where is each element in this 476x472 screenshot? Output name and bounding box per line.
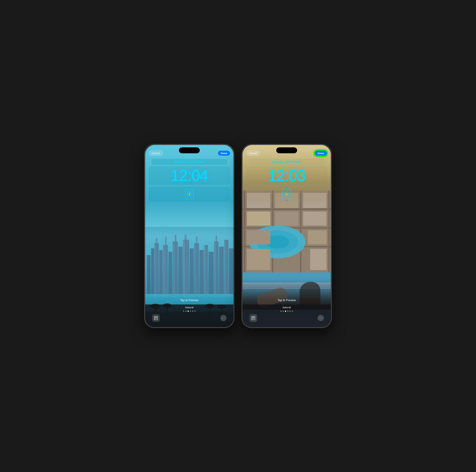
dot-3: [187, 311, 189, 312]
svg-rect-19: [214, 242, 219, 299]
svg-rect-16: [200, 250, 204, 299]
tap-preview-1[interactable]: Tap to Preview: [145, 299, 234, 302]
svg-rect-5: [163, 245, 168, 299]
more-options-icon-1[interactable]: ···: [220, 315, 226, 321]
watch-circle-1: ⚡: [187, 192, 192, 197]
svg-rect-27: [184, 242, 185, 299]
screen-1: Cancel Done Tuesday, 24 October 12:04: [145, 145, 234, 327]
svg-rect-43: [155, 319, 156, 319]
bottom-toolbar-1: Natural: [145, 304, 234, 327]
date-text-1: Tuesday, 24 October: [174, 160, 204, 163]
svg-rect-58: [247, 212, 270, 226]
svg-rect-2: [154, 243, 159, 299]
dynamic-island-1: [179, 147, 200, 153]
svg-rect-0: [147, 255, 151, 299]
phone-1: Cancel Done Tuesday, 24 October 12:04: [144, 144, 235, 328]
svg-rect-60: [303, 212, 326, 226]
svg-rect-22: [224, 240, 228, 299]
dot-2: [185, 311, 187, 312]
wallpaper-icon-2[interactable]: [250, 314, 257, 322]
svg-rect-71: [310, 249, 326, 270]
svg-rect-4: [159, 250, 163, 299]
bolt-icon-1: ⚡: [188, 193, 191, 196]
svg-rect-42: [155, 317, 157, 319]
dynamic-island-2: [276, 147, 297, 153]
svg-rect-66: [247, 230, 270, 244]
svg-rect-24: [155, 245, 156, 292]
date-widget-1: Tuesday, 24 October: [152, 159, 227, 165]
watch-widget-2: ⚡: [246, 187, 327, 202]
dot-5: [192, 311, 193, 312]
svg-rect-21: [219, 247, 224, 299]
date-text-2: Tuesday, 24 October: [272, 160, 302, 163]
svg-rect-10: [178, 247, 183, 299]
phone-frame-1: Cancel Done Tuesday, 24 October 12:04: [144, 144, 235, 328]
watch-icon-1: ⚡: [185, 189, 194, 199]
dot-4: [190, 311, 191, 312]
svg-rect-12: [185, 235, 187, 241]
dots-row-1: [183, 311, 196, 312]
dot-7: [280, 311, 282, 312]
svg-rect-23: [229, 248, 234, 299]
svg-rect-67: [308, 230, 326, 244]
tap-preview-2[interactable]: Tap to Preview: [242, 299, 331, 302]
time-text-2: 12:03: [250, 168, 324, 183]
svg-rect-25: [164, 247, 165, 298]
svg-rect-29: [205, 247, 205, 299]
bottom-toolbar-2: Natural: [242, 304, 331, 327]
watch-widget-1: ⚡: [149, 187, 230, 202]
svg-rect-26: [174, 243, 174, 299]
lock-screen-content-2: Tuesday, 24 October 12:03 ⚡: [242, 159, 331, 203]
dot-9: [285, 311, 286, 312]
date-widget-2: Tuesday, 24 October: [249, 159, 324, 165]
filter-label-1: Natural: [185, 306, 193, 309]
svg-rect-14: [194, 243, 199, 299]
svg-rect-74: [252, 317, 255, 319]
dot-8: [283, 311, 284, 312]
dots-row-2: [280, 311, 293, 312]
watch-circle-2: ⚡: [284, 192, 289, 197]
cancel-button-2[interactable]: Cancel: [246, 151, 260, 156]
svg-rect-17: [204, 245, 208, 299]
svg-rect-6: [165, 236, 167, 246]
toolbar-icons-1: ···: [145, 314, 234, 322]
svg-rect-75: [252, 319, 253, 319]
dot-6: [194, 311, 196, 312]
toolbar-icons-2: ···: [242, 314, 331, 322]
svg-rect-20: [216, 236, 217, 242]
dot-11: [289, 311, 291, 312]
svg-rect-30: [215, 243, 216, 299]
time-widget-2: 12:03: [246, 166, 327, 185]
city-skyline-svg: [145, 233, 234, 299]
wallpaper-icon-1[interactable]: [152, 314, 160, 322]
done-button-2[interactable]: Done: [314, 150, 327, 156]
svg-rect-8: [173, 242, 178, 299]
svg-rect-7: [169, 252, 172, 299]
watch-icon-2: ⚡: [282, 189, 291, 199]
dot-12: [292, 311, 293, 312]
phone-2: Cancel Done Tuesday, 24 October 12:03: [241, 144, 332, 328]
svg-rect-31: [225, 242, 225, 299]
screen-2: Cancel Done Tuesday, 24 October 12:03: [242, 145, 331, 327]
cancel-button-1[interactable]: Cancel: [149, 151, 163, 156]
svg-rect-70: [247, 249, 270, 270]
svg-rect-3: [156, 238, 157, 243]
phone-frame-2: Cancel Done Tuesday, 24 October 12:03: [241, 144, 332, 328]
svg-rect-28: [195, 245, 196, 299]
more-options-icon-2[interactable]: ···: [318, 315, 324, 321]
svg-rect-1: [151, 248, 154, 299]
lock-screen-content-1: Tuesday, 24 October 12:04 ⚡: [145, 159, 234, 203]
svg-rect-13: [190, 248, 194, 299]
svg-rect-9: [175, 235, 176, 242]
dot-10: [287, 311, 289, 312]
dot-1: [183, 311, 184, 312]
svg-rect-15: [196, 236, 198, 244]
svg-rect-59: [275, 212, 299, 226]
filter-label-2: Natural: [283, 306, 291, 309]
done-button-1[interactable]: Done: [218, 151, 230, 156]
bolt-icon-2: ⚡: [285, 193, 288, 196]
time-text-1: 12:04: [152, 168, 226, 183]
svg-rect-18: [208, 252, 214, 299]
time-widget-1: 12:04: [149, 166, 230, 185]
